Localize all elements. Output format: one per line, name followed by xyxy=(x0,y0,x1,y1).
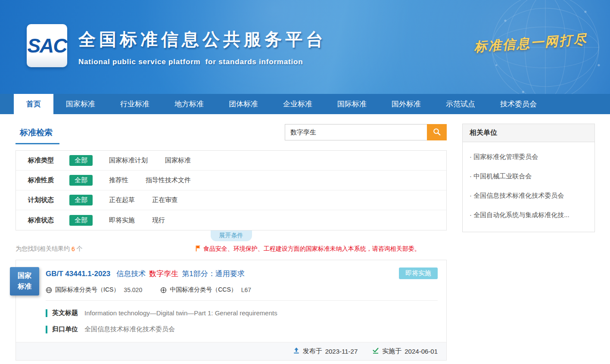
filter-label: 标准性质 xyxy=(28,176,69,184)
ics-value: 35.020 xyxy=(124,286,142,293)
publish-date-group: 发布于 2023-11-27 xyxy=(293,347,358,355)
search-button[interactable] xyxy=(427,124,447,140)
teal-bar xyxy=(46,309,47,317)
implement-date-group: 实施于 2024-06-01 xyxy=(372,347,438,355)
filter-row-standard-type: 标准类型 全部 国家标准计划 国家标准 xyxy=(16,151,446,171)
nav-item-international-standards[interactable]: 国际标准 xyxy=(325,94,379,114)
filter-option[interactable]: 指导性技术文件 xyxy=(146,176,191,184)
title-segment[interactable]: 第1部分：通用要求 xyxy=(182,269,244,279)
ics-label: 国际标准分类号（ICS） xyxy=(55,286,119,294)
site-subtitle: National public service platform for sta… xyxy=(78,58,327,66)
status-badge: 即将实施 xyxy=(399,268,438,279)
result-count: 为您找到相关结果约 6 个 xyxy=(16,245,83,253)
ccs-label: 中国标准分类号（CCS） xyxy=(170,286,237,294)
nav-item-home[interactable]: 首页 xyxy=(14,94,53,114)
filter-all-button[interactable]: 全部 xyxy=(69,215,93,226)
filter-option[interactable]: 推荐性 xyxy=(109,176,128,184)
globe-icon xyxy=(46,287,52,293)
sidebar-body: 国家标准化管理委员会 中国机械工业联合会 全国信息技术标准化技术委员会 全国自动… xyxy=(462,142,595,232)
nav-item-pilot[interactable]: 示范试点 xyxy=(433,94,488,114)
publish-label: 发布于 xyxy=(303,347,322,355)
committee-value: 全国信息技术标准化技术委员会 xyxy=(84,325,175,333)
nav-item-technical-committee[interactable]: 技术委员会 xyxy=(488,94,549,114)
compass-icon xyxy=(160,287,167,293)
filter-row-plan-status: 计划状态 全部 正在起草 正在审查 xyxy=(16,190,446,210)
filter-row-standard-nature: 标准性质 全部 推荐性 指导性技术文件 xyxy=(16,171,446,190)
filter-label: 标准状态 xyxy=(28,216,69,224)
english-title-row: 英文标题 Information technology—Digital twin… xyxy=(46,309,438,317)
sidebar-item-sac[interactable]: 国家标准化管理委员会 xyxy=(463,147,594,167)
filter-option[interactable]: 国家标准计划 xyxy=(109,156,148,165)
result-count-prefix: 为您找到相关结果约 xyxy=(16,245,70,253)
sidebar-title: 相关单位 xyxy=(462,124,595,142)
ccs-group: 中国标准分类号（CCS） L67 xyxy=(160,286,251,294)
expand-conditions-button[interactable]: 展开条件 xyxy=(211,230,252,241)
result-count-number: 6 xyxy=(72,246,75,252)
title-segment[interactable]: 信息技术 xyxy=(116,269,146,279)
search-icon xyxy=(433,128,441,137)
search-panel: 标准检索 xyxy=(16,124,447,144)
notice-text: 食品安全、环境保护、工程建设方面的国家标准未纳入本系统，请咨询相关部委。 xyxy=(203,245,420,253)
title-keyword-highlight[interactable]: 数字孪生 xyxy=(149,269,178,279)
committee-row: 归口单位 全国信息技术标准化技术委员会 xyxy=(46,325,438,333)
national-standard-badge[interactable]: 国家 标准 xyxy=(10,267,39,296)
nav-item-national-standards[interactable]: 国家标准 xyxy=(53,94,108,114)
filter-option[interactable]: 正在起草 xyxy=(109,196,135,204)
filter-all-button[interactable]: 全部 xyxy=(69,175,93,186)
site-header: SAC 全国标准信息公共服务平台 National public service… xyxy=(0,0,610,94)
card-main: GB/T 43441.1-2023 信息技术 数字孪生 第1部分：通用要求 国际… xyxy=(16,260,446,333)
implement-label: 实施于 xyxy=(382,347,401,355)
tab-standard-search[interactable]: 标准检索 xyxy=(16,124,59,144)
site-titles: 全国标准信息公共服务平台 National public service pla… xyxy=(78,28,327,66)
filter-row-standard-status: 标准状态 全部 即将实施 现行 xyxy=(16,210,446,230)
sidebar-item-it-standardization-committee[interactable]: 全国信息技术标准化技术委员会 xyxy=(463,186,594,205)
filter-option[interactable]: 国家标准 xyxy=(165,156,191,165)
system-notice: 食品安全、环境保护、工程建设方面的国家标准未纳入本系统，请咨询相关部委。 xyxy=(196,245,420,253)
filter-all-button[interactable]: 全部 xyxy=(69,155,93,166)
check-icon xyxy=(372,347,379,355)
classification-row: 国际标准分类号（ICS） 35.020 中国标准分类号（CCS） xyxy=(46,286,438,301)
english-title-value: Information technology—Digital twin—Part… xyxy=(84,309,277,317)
result-card: 国家 标准 即将实施 GB/T 43441.1-2023 信息技术 数字孪生 第… xyxy=(16,260,447,361)
search-results-column: 标准检索 标准类型 全部 国家标准计划 国家标准 xyxy=(16,124,447,361)
nav-item-foreign-standards[interactable]: 国外标准 xyxy=(379,94,433,114)
sidebar-item-machinery-federation[interactable]: 中国机械工业联合会 xyxy=(463,167,594,186)
standard-title-link[interactable]: GB/T 43441.1-2023 信息技术 数字孪生 第1部分：通用要求 xyxy=(46,269,438,279)
filter-option[interactable]: 即将实施 xyxy=(109,216,135,224)
search-input[interactable] xyxy=(285,124,427,140)
standard-code[interactable]: GB/T 43441.1-2023 xyxy=(46,270,110,278)
nav-item-local-standards[interactable]: 地方标准 xyxy=(162,94,216,114)
filter-label: 计划状态 xyxy=(28,196,69,204)
filter-label: 标准类型 xyxy=(28,156,69,165)
related-orgs-sidebar: 相关单位 国家标准化管理委员会 中国机械工业联合会 全国信息技术标准化技术委员会… xyxy=(462,124,595,361)
badge-line2: 标准 xyxy=(18,281,31,292)
sidebar-item-automation-committee[interactable]: 全国自动化系统与集成标准化技... xyxy=(463,205,594,225)
english-title-label: 英文标题 xyxy=(52,309,78,317)
search-box xyxy=(285,124,447,140)
top-nav: 首页 国家标准 行业标准 地方标准 团体标准 企业标准 国际标准 国外标准 示范… xyxy=(0,94,610,114)
nav-item-group-standards[interactable]: 团体标准 xyxy=(216,94,271,114)
card-footer: 发布于 2023-11-27 实施于 2024-06-01 xyxy=(16,342,446,360)
expand-conditions-wrap: 展开条件 xyxy=(16,230,447,241)
filter-all-button[interactable]: 全部 xyxy=(69,195,93,205)
flag-icon xyxy=(196,245,201,253)
teal-bar xyxy=(46,326,47,333)
committee-label: 归口单位 xyxy=(52,325,78,333)
nav-item-industry-standards[interactable]: 行业标准 xyxy=(108,94,162,114)
result-count-suffix: 个 xyxy=(77,245,83,253)
upload-icon xyxy=(293,347,300,355)
sac-logo[interactable]: SAC xyxy=(27,24,67,67)
ccs-value: L67 xyxy=(241,286,251,293)
filter-panel: 标准类型 全部 国家标准计划 国家标准 标准性质 全部 推荐性 指导性技术文件 … xyxy=(16,150,447,230)
implement-date: 2024-06-01 xyxy=(405,348,438,355)
results-info-row: 为您找到相关结果约 6 个 食品安全、环境保护、工程建设方面的国家标准未纳入本系… xyxy=(16,245,447,253)
badge-line1: 国家 xyxy=(18,271,31,281)
filter-option[interactable]: 正在审查 xyxy=(152,196,178,204)
filter-option[interactable]: 现行 xyxy=(152,216,165,224)
nav-item-enterprise-standards[interactable]: 企业标准 xyxy=(271,94,325,114)
publish-date: 2023-11-27 xyxy=(325,348,358,355)
site-title: 全国标准信息公共服务平台 xyxy=(78,28,327,51)
main-content: 标准检索 标准类型 全部 国家标准计划 国家标准 xyxy=(0,114,610,361)
